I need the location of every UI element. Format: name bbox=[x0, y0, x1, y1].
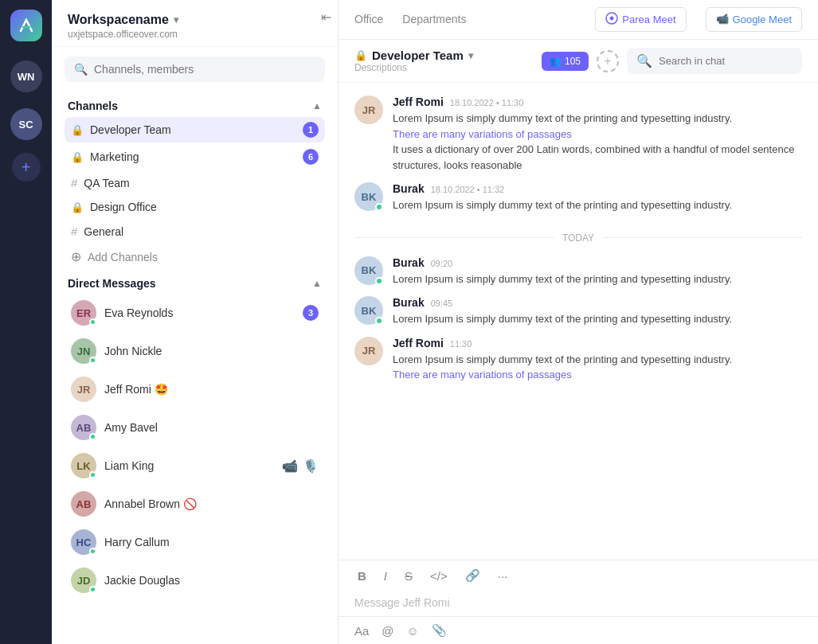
message-content: Burak 18.10.2022 • 11:32 Lorem Ipsum is … bbox=[393, 182, 732, 213]
icon-sidebar: WN SC + bbox=[0, 0, 52, 644]
message-text: Lorem Ipsum is simply dummy text of the … bbox=[393, 111, 802, 127]
parea-meet-label: Parea Meet bbox=[622, 14, 675, 25]
message-text: Lorem Ipsum is simply dummy text of the … bbox=[393, 311, 732, 327]
code-button[interactable]: </> bbox=[427, 568, 451, 584]
members-button[interactable]: 👥 105 bbox=[542, 52, 589, 71]
channel-chevron-icon: ▾ bbox=[468, 50, 473, 61]
workspace-url-label: uxjetspace.officeover.com bbox=[68, 29, 322, 40]
workspace-name-label[interactable]: Workspacename ▾ bbox=[68, 13, 322, 27]
link-button[interactable]: 🔗 bbox=[462, 567, 483, 584]
message-author: Burak bbox=[393, 256, 425, 269]
more-options-button[interactable]: ··· bbox=[495, 568, 511, 584]
collapse-sidebar-button[interactable]: ⇤ bbox=[315, 6, 338, 28]
sc-avatar[interactable]: SC bbox=[10, 108, 42, 140]
dm-item-harry[interactable]: HC Harry Callum bbox=[65, 524, 325, 560]
add-circle-icon: ⊕ bbox=[71, 249, 81, 264]
search-chat-box[interactable]: 🔍 bbox=[627, 48, 802, 74]
workspace-avatar[interactable]: WN bbox=[10, 60, 42, 92]
channel-sidebar: Workspacename ▾ uxjetspace.officeover.co… bbox=[52, 0, 339, 644]
message-input[interactable] bbox=[354, 596, 802, 609]
add-workspace-button[interactable]: + bbox=[12, 153, 41, 181]
message-text: Lorem Ipsum is simply dummy text of the … bbox=[393, 271, 732, 287]
channel-item-qa[interactable]: # QA Team bbox=[65, 171, 325, 194]
dm-section-title: Direct Messages bbox=[68, 277, 156, 290]
message-avatar: BK bbox=[354, 256, 383, 285]
text-format-button[interactable]: Aa bbox=[354, 624, 369, 638]
dm-item-eva[interactable]: ER Eva Reynolds 3 bbox=[65, 295, 325, 331]
dm-item-john[interactable]: JN John Nickle bbox=[65, 333, 325, 369]
message-avatar: JR bbox=[354, 96, 383, 124]
search-chat-input[interactable] bbox=[659, 55, 793, 67]
message-avatar: BK bbox=[354, 182, 383, 211]
lock-icon: 🔒 bbox=[71, 201, 84, 213]
channels-section-title: Channels bbox=[68, 100, 118, 112]
online-status-dot bbox=[89, 433, 96, 440]
search-chat-icon: 🔍 bbox=[636, 53, 652, 68]
mention-button[interactable]: @ bbox=[382, 624, 393, 638]
channel-lock-icon: 🔒 bbox=[354, 49, 367, 61]
mic-icon[interactable]: 🎙️ bbox=[303, 459, 319, 474]
add-channel-button[interactable]: ⊕ Add Channels bbox=[65, 244, 325, 269]
members-icon: 👥 bbox=[550, 56, 562, 67]
attachment-button[interactable]: 📎 bbox=[432, 623, 447, 638]
emoji-button[interactable]: ☺ bbox=[407, 624, 419, 638]
add-member-button[interactable]: + bbox=[597, 50, 619, 72]
online-dot bbox=[375, 277, 383, 285]
message-avatar: BK bbox=[354, 296, 383, 325]
dm-item-jeff[interactable]: JR Jeff Romi 🤩 bbox=[65, 371, 325, 408]
online-status-dot bbox=[89, 586, 96, 593]
message-content: Jeff Romi 18.10.2022 • 11:30 Lorem Ipsum… bbox=[393, 96, 802, 173]
channel-name: Design Office bbox=[90, 201, 157, 213]
dm-name: Jeff Romi 🤩 bbox=[104, 383, 168, 396]
message-avatar: JR bbox=[354, 337, 383, 365]
avatar: JR bbox=[71, 377, 96, 402]
channels-section-header[interactable]: Channels ▲ bbox=[65, 92, 325, 117]
online-status-dot bbox=[89, 471, 96, 478]
parea-meet-icon bbox=[605, 12, 618, 27]
hash-icon: # bbox=[71, 224, 77, 238]
video-call-icon[interactable]: 📹 bbox=[282, 459, 298, 474]
channel-title-text: Developer Team bbox=[372, 49, 464, 62]
dm-item-liam[interactable]: LK Liam King 📹 🎙️ bbox=[65, 447, 325, 484]
search-icon: 🔍 bbox=[74, 63, 88, 76]
hash-icon: # bbox=[71, 176, 77, 189]
message-time: 09:45 bbox=[431, 299, 453, 308]
dm-item-jackie[interactable]: JD Jackie Douglas bbox=[65, 562, 325, 599]
google-meet-icon: 📹 bbox=[716, 12, 729, 27]
bold-button[interactable]: B bbox=[354, 568, 370, 584]
message-group: JR Jeff Romi 11:30 Lorem Ipsum is simply… bbox=[354, 337, 802, 383]
parea-meet-button[interactable]: Parea Meet bbox=[595, 7, 686, 32]
channel-item-developer[interactable]: 🔒 Developer Team 1 bbox=[65, 117, 325, 142]
message-group: BK Burak 09:20 Lorem Ipsum is simply dum… bbox=[354, 256, 802, 287]
strikethrough-button[interactable]: S bbox=[401, 568, 416, 584]
message-group: JR Jeff Romi 18.10.2022 • 11:30 Lorem Ip… bbox=[354, 96, 802, 173]
today-label: TODAY bbox=[562, 232, 594, 244]
dm-badge: 3 bbox=[303, 305, 319, 321]
members-count: 105 bbox=[565, 56, 581, 67]
message-content: Burak 09:45 Lorem Ipsum is simply dummy … bbox=[393, 296, 732, 327]
workspace-header: Workspacename ▾ uxjetspace.officeover.co… bbox=[52, 0, 338, 47]
message-content: Jeff Romi 11:30 Lorem Ipsum is simply du… bbox=[393, 337, 732, 383]
dm-section-header[interactable]: Direct Messages ▲ bbox=[65, 269, 325, 295]
dm-name: Jackie Douglas bbox=[104, 574, 180, 587]
message-time: 11:30 bbox=[450, 339, 472, 349]
dm-item-annabel[interactable]: AB Annabel Brown 🚫 bbox=[65, 486, 325, 522]
search-input[interactable] bbox=[94, 63, 315, 76]
online-status-dot bbox=[89, 357, 96, 364]
tab-office[interactable]: Office bbox=[354, 2, 383, 38]
google-meet-button[interactable]: 📹 Google Meet bbox=[706, 7, 802, 32]
main-chat-area: Office Departments Parea Meet 📹 Google M… bbox=[339, 0, 818, 644]
message-author: Jeff Romi bbox=[393, 337, 444, 349]
channel-item-general[interactable]: # General bbox=[65, 220, 325, 243]
channel-item-marketing[interactable]: 🔒 Marketing 6 bbox=[65, 144, 325, 170]
tab-departments[interactable]: Departments bbox=[402, 2, 466, 38]
channel-title[interactable]: 🔒 Developer Team ▾ bbox=[354, 49, 473, 62]
app-logo[interactable] bbox=[10, 10, 42, 41]
dm-item-amy[interactable]: AB Amy Bavel bbox=[65, 409, 325, 446]
channel-item-design[interactable]: 🔒 Design Office bbox=[65, 196, 325, 218]
search-box[interactable]: 🔍 bbox=[65, 57, 325, 82]
italic-button[interactable]: I bbox=[381, 568, 390, 584]
messages-area: JR Jeff Romi 18.10.2022 • 11:30 Lorem Ip… bbox=[339, 83, 818, 560]
channel-badge: 1 bbox=[303, 122, 319, 138]
dm-name: Annabel Brown 🚫 bbox=[104, 498, 197, 510]
